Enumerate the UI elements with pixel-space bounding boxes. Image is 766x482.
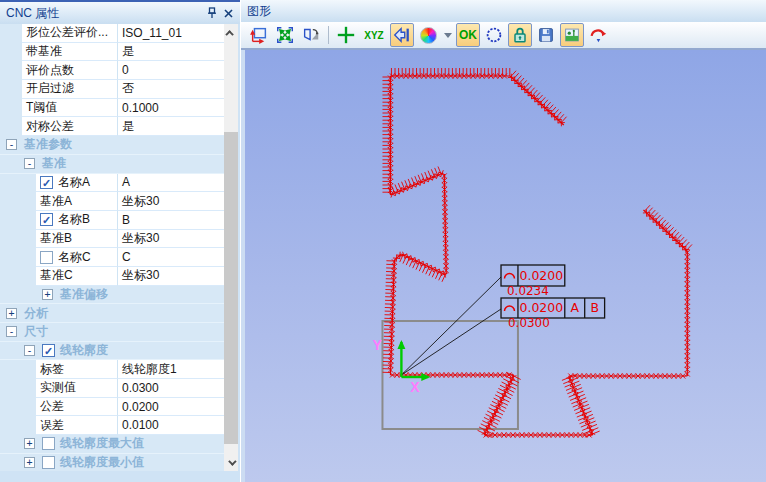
property-name-cell: T阈值: [22, 99, 118, 118]
property-value-cell[interactable]: 线轮廓度1: [118, 360, 224, 379]
property-row[interactable]: 开启过滤否: [0, 80, 224, 99]
vertical-scrollbar[interactable]: [224, 24, 238, 471]
color-wheel-icon: [420, 27, 437, 44]
rotate-redo-button[interactable]: [586, 23, 610, 47]
callout-value: A: [570, 300, 579, 315]
expander-collapse-icon[interactable]: -: [24, 158, 35, 169]
pin-icon[interactable]: [204, 5, 220, 21]
indent-gutter: [0, 360, 36, 379]
xyz-label: XYZ: [364, 30, 383, 41]
xyz-coords-button[interactable]: XYZ: [360, 23, 388, 47]
color-dropdown-button[interactable]: [442, 23, 454, 47]
group-row[interactable]: +基准偏移: [0, 286, 224, 305]
expander-expand-icon[interactable]: +: [24, 457, 35, 468]
pick-arrow-button[interactable]: [390, 23, 414, 47]
property-name-cell: 对称公差: [22, 117, 118, 136]
property-value-cell[interactable]: 0: [118, 61, 224, 80]
property-row[interactable]: 带基准是: [0, 43, 224, 62]
fit-view-button[interactable]: [273, 23, 297, 47]
chevron-down-icon: [228, 457, 236, 465]
color-wheel-button[interactable]: [416, 23, 440, 47]
property-row[interactable]: ✓名称BB: [0, 211, 224, 230]
indent-gutter: [0, 80, 22, 99]
property-value-cell[interactable]: 是: [118, 117, 224, 136]
group-row[interactable]: -✓线轮廓度: [0, 342, 224, 361]
group-row[interactable]: -尺寸: [0, 323, 224, 342]
property-value-cell[interactable]: 是: [118, 43, 224, 62]
property-row[interactable]: 对称公差是: [0, 117, 224, 136]
zoom-window-button[interactable]: [247, 23, 271, 47]
profile-canvas-svg[interactable]: 0.02000.0200AB0.02340.0300YX: [245, 50, 766, 482]
cnc-app-window: CNC 属性 形位公差评价...ISO_11_01带基准是评价点数0开启过滤否T…: [0, 0, 766, 482]
group-row[interactable]: -基准参数: [0, 136, 224, 155]
property-checkbox[interactable]: [40, 251, 53, 264]
expander-expand-icon[interactable]: +: [42, 289, 53, 300]
property-value-cell[interactable]: B: [118, 211, 224, 230]
profile-viewport[interactable]: 0.02000.0200AB0.02340.0300YX: [241, 50, 766, 482]
property-value-cell[interactable]: 0.1000: [118, 99, 224, 118]
group-checkbox[interactable]: [42, 456, 55, 469]
property-value-cell[interactable]: ISO_11_01: [118, 24, 224, 43]
property-name-cell: 基准A: [36, 192, 118, 211]
property-row[interactable]: 标签线轮廓度1: [0, 360, 224, 379]
property-checkbox[interactable]: ✓: [40, 213, 53, 226]
indent-gutter: [0, 43, 22, 62]
line-profile-symbol: [505, 274, 515, 279]
property-value-cell[interactable]: 坐标30: [118, 230, 224, 249]
indent-gutter: [0, 416, 36, 435]
panel-bottom-strip: [0, 471, 240, 482]
expander-expand-icon[interactable]: +: [24, 438, 35, 449]
property-name-cell: ✓名称A: [36, 174, 118, 193]
circle-tool-button[interactable]: [482, 23, 506, 47]
property-value-cell[interactable]: 0.0100: [118, 416, 224, 435]
property-row[interactable]: 基准C坐标30: [0, 267, 224, 286]
close-icon[interactable]: [220, 5, 236, 21]
property-row[interactable]: 名称CC: [0, 248, 224, 267]
property-row[interactable]: ✓名称AA: [0, 174, 224, 193]
group-checkbox[interactable]: [42, 437, 55, 450]
scroll-down-button[interactable]: [224, 454, 238, 471]
property-value-cell[interactable]: 否: [118, 80, 224, 99]
property-value-cell[interactable]: 坐标30: [118, 192, 224, 211]
group-row[interactable]: +分析: [0, 304, 224, 323]
expander-collapse-icon[interactable]: -: [24, 345, 35, 356]
y-axis-arrow: [397, 340, 405, 349]
save-button[interactable]: [534, 23, 558, 47]
property-row[interactable]: 公差0.0200: [0, 398, 224, 417]
property-grid: 形位公差评价...ISO_11_01带基准是评价点数0开启过滤否T阈值0.100…: [0, 24, 224, 471]
property-row[interactable]: 基准A坐标30: [0, 192, 224, 211]
group-label: 分析: [24, 305, 48, 322]
indent-gutter: [0, 379, 36, 398]
group-checkbox[interactable]: ✓: [42, 344, 55, 357]
property-value-cell[interactable]: 0.0300: [118, 379, 224, 398]
group-row[interactable]: -基准: [0, 155, 224, 174]
lock-view-button[interactable]: [508, 23, 532, 47]
property-row[interactable]: 基准B坐标30: [0, 230, 224, 249]
scrollbar-thumb[interactable]: [224, 132, 238, 444]
group-row[interactable]: +线轮廓度最小值: [0, 454, 224, 471]
group-row[interactable]: +线轮廓度最大值: [0, 435, 224, 454]
ok-confirm-button[interactable]: OK: [456, 23, 480, 47]
property-checkbox[interactable]: ✓: [40, 176, 53, 189]
property-value-cell[interactable]: 坐标30: [118, 267, 224, 286]
property-row[interactable]: 形位公差评价...ISO_11_01: [0, 24, 224, 43]
property-value-cell[interactable]: 0.0200: [118, 398, 224, 417]
expander-expand-icon[interactable]: +: [6, 308, 17, 319]
property-row[interactable]: 评价点数0: [0, 61, 224, 80]
property-row[interactable]: 实测值0.0300: [0, 379, 224, 398]
deviation-value: 0.0300: [508, 316, 550, 330]
property-value-cell[interactable]: A: [118, 174, 224, 193]
property-value-cell[interactable]: C: [118, 248, 224, 267]
flip-view-button[interactable]: [299, 23, 323, 47]
add-point-button[interactable]: [334, 23, 358, 47]
expander-collapse-icon[interactable]: -: [6, 139, 17, 150]
property-row[interactable]: 误差0.0100: [0, 416, 224, 435]
scroll-up-button[interactable]: [224, 24, 238, 41]
property-name-cell: 基准B: [36, 230, 118, 249]
deviation-value: 0.0234: [507, 284, 549, 298]
expander-collapse-icon[interactable]: -: [6, 326, 17, 337]
property-row[interactable]: T阈值0.1000: [0, 99, 224, 118]
indent-gutter: [0, 24, 22, 43]
right-panel-title: 图形: [247, 3, 762, 20]
image-export-button[interactable]: [560, 23, 584, 47]
